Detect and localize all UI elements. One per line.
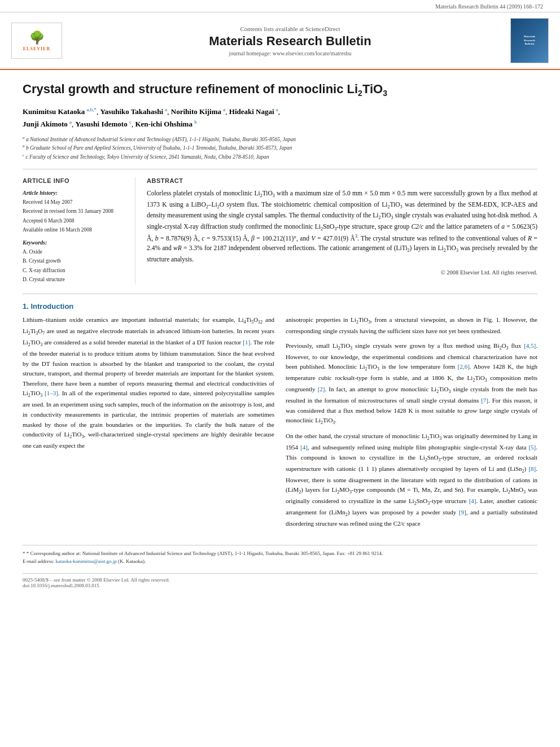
footnote-asterisk-label: * — [23, 551, 27, 556]
online-date: Available online 16 March 2008 — [23, 226, 126, 234]
journal-meta-bar: Materials Research Bulletin 44 (2009) 16… — [0, 0, 560, 12]
footer-issn: 0025-5408/$ – see front matter © 2008 El… — [23, 577, 537, 583]
keyword-3: C. X-ray diffraction — [23, 267, 126, 274]
article-info-abstract: ARTICLE INFO Article history: Received 1… — [23, 169, 537, 285]
footnote-text: * * Corresponding author at: National In… — [23, 550, 537, 558]
received-date: Received 14 May 2007 — [23, 198, 126, 206]
elsevier-brand-text: ELSEVIER — [23, 46, 50, 51]
author-akimoto-affil: a — [69, 119, 72, 125]
sciencedirect-prefix: Contents lists available at ScienceDirec… — [240, 25, 340, 32]
article-info-heading: ARTICLE INFO — [23, 177, 126, 184]
author-idemoto-affil: c — [129, 119, 132, 125]
footnote-area: * * Corresponding author at: National In… — [23, 545, 537, 565]
author-nagai-affil: a — [276, 107, 278, 112]
author-kataoka-affil: a,b,* — [86, 107, 97, 112]
intro-paragraph-1: Lithium–titanium oxide ceramics are impo… — [23, 315, 274, 451]
footer-bar: 0025-5408/$ – see front matter © 2008 El… — [23, 573, 537, 588]
keyword-1: A. Oxide — [23, 248, 126, 256]
email-end: (K. Kataoka). — [118, 558, 146, 564]
abstract-text: Colorless platelet crystals of monoclini… — [147, 189, 537, 265]
author-idemoto: Yasushi Idemoto — [76, 120, 128, 128]
author-ohshima-affil: b — [194, 119, 197, 125]
abstract-heading: ABSTRACT — [147, 177, 537, 184]
intro-paragraph-2: anisotropic properties in Li2TiO3, from … — [286, 315, 537, 337]
authors: Kunimitsu Kataoka a,b,*, Yasuhiko Takaha… — [23, 106, 537, 130]
page-container: Materials Research Bulletin 44 (2009) 16… — [0, 0, 560, 600]
keyword-4: D. Crystal structure — [23, 276, 126, 283]
journal-center: Contents lists available at ScienceDirec… — [70, 25, 510, 56]
author-kijima-affil: a — [223, 107, 225, 112]
copyright: © 2008 Elsevier Ltd. All rights reserved… — [147, 269, 537, 276]
intro-paragraph-3: Previously, small Li2TiO3 single crystal… — [286, 341, 537, 427]
body-two-col: Lithium–titanium oxide ceramics are impo… — [23, 315, 537, 534]
article-info-col: ARTICLE INFO Article history: Received 1… — [23, 177, 135, 285]
keyword-2: B. Crystal growth — [23, 257, 126, 265]
author-kataoka: Kunimitsu Kataoka — [23, 107, 85, 116]
author-kijima: Norihito Kijima — [171, 107, 221, 116]
section-divider — [23, 294, 537, 294]
journal-title-header: Materials Research Bulletin — [70, 34, 510, 49]
journal-cover-title: MaterialsResearchBulletin — [524, 35, 536, 46]
intro-paragraph-4: On the other hand, the crystal structure… — [286, 431, 537, 529]
accepted-date: Accepted 6 March 2008 — [23, 217, 126, 225]
journal-cover-image: MaterialsResearchBulletin — [510, 18, 549, 63]
author-takahashi: Yasuhiko Takahashi — [100, 107, 163, 116]
author-ohshima: Ken-ichi Ohshima — [135, 120, 193, 128]
sciencedirect-link: Contents lists available at ScienceDirec… — [70, 25, 510, 32]
author-akimoto: Junji Akimoto — [23, 120, 68, 128]
body-col-right: anisotropic properties in Li2TiO3, from … — [286, 315, 537, 534]
journal-header: 🌳 ELSEVIER Contents lists available at S… — [0, 12, 560, 70]
introduction-heading: 1. Introduction — [23, 302, 537, 311]
elsevier-logo-image: 🌳 ELSEVIER — [14, 25, 59, 56]
article-history-label: Article history: — [23, 190, 126, 196]
paper-title: Crystal growth and structure refinement … — [23, 81, 537, 99]
journal-meta-text: Materials Research Bulletin 44 (2009) 16… — [435, 3, 543, 10]
affiliations: a a National Institute of Advanced Indus… — [23, 135, 537, 161]
footnote-email-line: E-mail address: kataoka-kunimitsu@aist.g… — [23, 558, 537, 566]
footnote-content: * Corresponding author at: National Inst… — [27, 551, 383, 556]
revised-date: Received in revised form 31 January 2008 — [23, 207, 126, 215]
email-address: kataoka-kunimitsu@aist.go.jp — [55, 558, 116, 564]
email-label: E-mail address: — [23, 558, 54, 564]
keywords-label: Keywords: — [23, 239, 126, 246]
affiliation-b: b b Graduate School of Pure and Applied … — [23, 143, 537, 152]
footer-doi: doi:10.1016/j.matresbull.2008.03.015 — [23, 583, 537, 588]
paper-content: Crystal growth and structure refinement … — [0, 70, 560, 600]
elsevier-logo-box: 🌳 ELSEVIER — [11, 23, 62, 59]
abstract-col: ABSTRACT Colorless platelet crystals of … — [147, 177, 537, 285]
author-takahashi-affil: a — [165, 107, 167, 112]
elsevier-tree-icon: 🌳 — [29, 30, 45, 45]
author-nagai: Hideaki Nagai — [229, 107, 274, 116]
keywords-section: Keywords: A. Oxide B. Crystal growth C. … — [23, 239, 126, 283]
journal-homepage: journal homepage: www.elsevier.com/locat… — [70, 50, 510, 56]
elsevier-logo: 🌳 ELSEVIER — [11, 23, 62, 59]
affiliation-a: a a National Institute of Advanced Indus… — [23, 135, 537, 143]
affiliation-c: c c Faculty of Science and Technology, T… — [23, 152, 537, 161]
body-col-left: Lithium–titanium oxide ceramics are impo… — [23, 315, 274, 534]
